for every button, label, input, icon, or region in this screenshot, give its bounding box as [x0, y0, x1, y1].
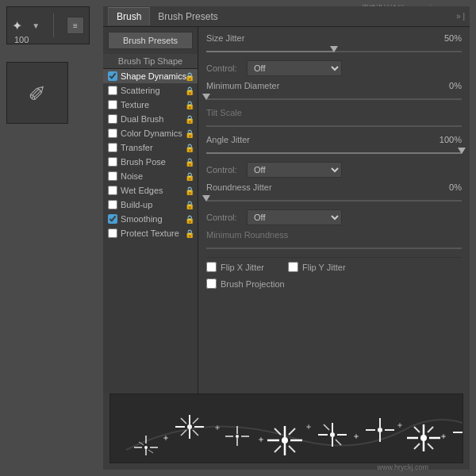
- checkbox-scattering[interactable]: [108, 86, 117, 95]
- control-row-2: Control: Off Fade Pen Pressure Pen Tilt: [206, 162, 462, 178]
- svg-point-73: [399, 424, 401, 427]
- tab-expand[interactable]: » |: [456, 12, 465, 21]
- tab-bar: Brush Brush Presets » |: [103, 6, 470, 27]
- brush-projection-row: Brush Projection: [206, 278, 462, 289]
- lock-icon-protect-texture: 🔒: [185, 229, 194, 238]
- roundness-jitter-value: 0%: [434, 182, 462, 192]
- svg-point-6: [144, 446, 148, 449]
- lock-icon-texture: 🔒: [185, 101, 194, 109]
- checkbox-texture[interactable]: [108, 100, 117, 109]
- brush-preview-box: ✏: [6, 62, 68, 124]
- tilt-scale-slider[interactable]: [206, 120, 462, 131]
- left-panel: ✦ ▼ ≡ 100: [6, 6, 94, 44]
- tilt-scale-row: Tilt Scale: [206, 108, 462, 117]
- control-label-1: Control:: [206, 63, 242, 73]
- min-roundness-slider: [206, 242, 462, 253]
- roundness-jitter-slider[interactable]: [206, 194, 462, 205]
- control-select-3[interactable]: Off Fade Pen Pressure Pen Tilt: [247, 209, 342, 225]
- list-item-protect-texture[interactable]: Protect Texture 🔒: [103, 226, 198, 240]
- lock-icon-noise: 🔒: [185, 172, 194, 181]
- checkbox-smoothing[interactable]: [108, 214, 117, 224]
- list-item-wet-edges[interactable]: Wet Edges 🔒: [103, 183, 198, 198]
- list-item-color-dynamics[interactable]: Color Dynamics 🔒: [103, 126, 198, 140]
- svg-line-12: [193, 430, 198, 436]
- svg-point-36: [330, 432, 335, 437]
- tab-brush-presets[interactable]: Brush Presets: [150, 7, 225, 25]
- svg-line-28: [289, 428, 295, 435]
- checkbox-transfer[interactable]: [108, 143, 117, 152]
- checkbox-noise[interactable]: [108, 171, 117, 181]
- list-item-texture[interactable]: Texture 🔒: [103, 98, 198, 112]
- main-panel: Brush Brush Presets » | Brush Presets Br…: [103, 6, 470, 470]
- control-select-1[interactable]: Off Fade Pen Pressure Pen Tilt: [247, 60, 342, 76]
- list-item-dual-brush[interactable]: Dual Brush 🔒: [103, 112, 198, 126]
- control-label-2: Control:: [206, 165, 242, 175]
- tab-brush[interactable]: Brush: [108, 7, 150, 25]
- list-item-build-up[interactable]: Build-up 🔒: [103, 198, 198, 212]
- size-jitter-value: 50%: [434, 33, 462, 43]
- checkbox-shape-dynamics[interactable]: [108, 71, 117, 81]
- checkbox-dual-brush[interactable]: [108, 114, 117, 124]
- divider: [206, 257, 462, 258]
- tilt-scale-label: Tilt Scale: [206, 108, 242, 117]
- flip-y-label: Flip Y Jitter: [302, 263, 346, 272]
- size-jitter-row: Size Jitter 50%: [206, 33, 462, 43]
- flip-x-row: Flip X Jitter: [206, 262, 264, 272]
- list-item-scattering[interactable]: Scattering 🔒: [103, 83, 198, 98]
- roundness-jitter-row: Roundness Jitter 0%: [206, 182, 462, 192]
- lock-icon-color-dynamics: 🔒: [185, 129, 194, 138]
- list-item-shape-dynamics[interactable]: Shape Dynamics 🔒: [103, 69, 198, 83]
- lock-icon-smoothing: 🔒: [185, 215, 194, 224]
- checkbox-color-dynamics[interactable]: [108, 129, 117, 138]
- svg-point-61: [217, 427, 219, 429]
- control-row-1: Control: Off Fade Pen Pressure Pen Tilt: [206, 60, 462, 76]
- watermark-bottom: www.hryckj.com: [377, 463, 428, 471]
- angle-jitter-row: Angle Jitter 100%: [206, 135, 462, 144]
- brush-stroke-svg: [110, 394, 463, 463]
- list-item-noise[interactable]: Noise 🔒: [103, 169, 198, 183]
- min-diameter-slider[interactable]: [206, 93, 462, 104]
- svg-line-49: [428, 427, 433, 432]
- checkbox-protect-texture[interactable]: [108, 228, 117, 238]
- sidebar-list: Brush Presets Brush Tip Shape Shape Dyna…: [103, 27, 198, 393]
- brush-preview-icon: ✏: [21, 77, 53, 109]
- settings-panel: Size Jitter 50% Control: Off Fade Pen Pr…: [198, 27, 470, 393]
- content-area: Brush Presets Brush Tip Shape Shape Dyna…: [103, 27, 470, 393]
- control-select-2[interactable]: Off Fade Pen Pressure Pen Tilt: [247, 162, 342, 178]
- brush-size: 100: [14, 35, 29, 44]
- brush-stroke-preview-area: [109, 393, 463, 463]
- brush-projection-label: Brush Projection: [221, 279, 285, 289]
- size-jitter-slider[interactable]: [206, 45, 462, 56]
- svg-point-41: [378, 428, 382, 432]
- lock-icon-transfer: 🔒: [185, 144, 194, 152]
- svg-point-58: [165, 437, 167, 440]
- checkbox-brush-pose[interactable]: [108, 157, 117, 167]
- roundness-jitter-label: Roundness Jitter: [206, 182, 272, 192]
- presets-button[interactable]: Brush Presets: [108, 32, 193, 49]
- list-item-transfer[interactable]: Transfer 🔒: [103, 140, 198, 155]
- checkbox-build-up[interactable]: [108, 200, 117, 209]
- svg-line-27: [274, 446, 281, 452]
- angle-jitter-label: Angle Jitter: [206, 135, 250, 144]
- svg-line-5: [148, 450, 153, 453]
- svg-point-29: [282, 437, 288, 443]
- svg-line-35: [336, 440, 341, 445]
- list-item-smoothing[interactable]: Smoothing 🔒: [103, 212, 198, 226]
- lock-icon-dual-brush: 🔒: [185, 115, 194, 124]
- svg-point-50: [420, 435, 427, 441]
- checkbox-wet-edges[interactable]: [108, 186, 117, 195]
- flip-checkboxes: Flip X Jitter Flip Y Jitter: [206, 262, 462, 275]
- lock-icon-brush-pose: 🔒: [185, 158, 194, 167]
- list-item-brush-pose[interactable]: Brush Pose 🔒: [103, 155, 198, 169]
- checkbox-flip-x[interactable]: [206, 262, 217, 272]
- svg-line-46: [414, 427, 420, 432]
- svg-line-47: [428, 443, 433, 449]
- checkbox-brush-projection[interactable]: [206, 278, 217, 289]
- lock-icon-shape-dynamics: 🔒: [185, 72, 194, 81]
- min-diameter-row: Minimum Diameter 0%: [206, 81, 462, 90]
- checkbox-flip-y[interactable]: [288, 262, 298, 272]
- lock-icon-build-up: 🔒: [185, 201, 194, 209]
- min-diameter-value: 0%: [434, 81, 462, 90]
- svg-point-67: [308, 426, 310, 428]
- angle-jitter-slider[interactable]: [206, 147, 462, 158]
